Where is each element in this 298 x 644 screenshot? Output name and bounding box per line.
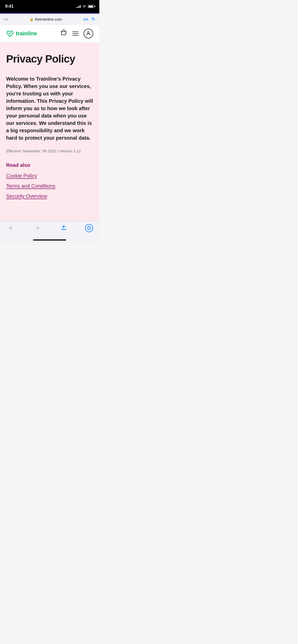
status-bar: 9:41 xyxy=(0,0,99,13)
header-icons xyxy=(60,29,93,38)
intro-paragraph: Welcome to Trainline's Privacy Policy. W… xyxy=(6,75,93,142)
account-button[interactable] xyxy=(84,29,93,38)
site-header: trainline xyxy=(0,25,99,43)
trainline-heart-logo xyxy=(6,30,14,37)
signal-icon xyxy=(76,5,81,8)
status-icons xyxy=(76,5,94,8)
compass-button[interactable] xyxy=(85,224,93,232)
home-indicator xyxy=(0,237,99,243)
svg-point-0 xyxy=(87,32,89,34)
browser-url: thetrainline.com xyxy=(35,17,62,21)
read-also-section: Read also Cookie Policy Terms and Condit… xyxy=(6,162,93,201)
browser-url-container[interactable]: 🔒 thetrainline.com xyxy=(8,17,83,21)
browser-bar: ne 🔒 thetrainline.com AA ↻ xyxy=(0,14,99,25)
lock-icon: 🔒 xyxy=(30,17,34,21)
browser-tab: ne xyxy=(4,17,8,21)
browser-actions: AA ↻ xyxy=(83,16,95,22)
logo[interactable]: trainline xyxy=(6,30,37,37)
main-content: Privacy Policy Welcome to Trainline's Pr… xyxy=(0,43,99,221)
basket-button[interactable] xyxy=(60,30,67,38)
menu-button[interactable] xyxy=(72,32,78,36)
terms-conditions-link[interactable]: Terms and Conditions xyxy=(6,181,93,191)
battery-icon xyxy=(88,5,94,8)
security-overview-link[interactable]: Security Overview xyxy=(6,192,93,201)
browser-bottom-bar: < > xyxy=(0,221,99,237)
text-size-button[interactable]: AA xyxy=(83,17,88,21)
share-button[interactable] xyxy=(60,224,67,232)
status-time: 9:41 xyxy=(5,4,13,9)
forward-button[interactable]: > xyxy=(33,225,42,231)
logo-text: trainline xyxy=(16,30,37,37)
cookie-policy-link[interactable]: Cookie Policy xyxy=(6,171,93,180)
read-also-heading: Read also xyxy=(6,162,93,168)
page-title: Privacy Policy xyxy=(6,53,93,65)
home-indicator-bar xyxy=(33,239,66,241)
effective-date: Effective: November 7th 2022 / Version 1… xyxy=(6,149,93,153)
back-button[interactable]: < xyxy=(6,225,15,231)
read-also-links: Cookie Policy Terms and Conditions Secur… xyxy=(6,171,93,201)
wifi-icon xyxy=(82,5,86,8)
refresh-button[interactable]: ↻ xyxy=(91,16,95,22)
